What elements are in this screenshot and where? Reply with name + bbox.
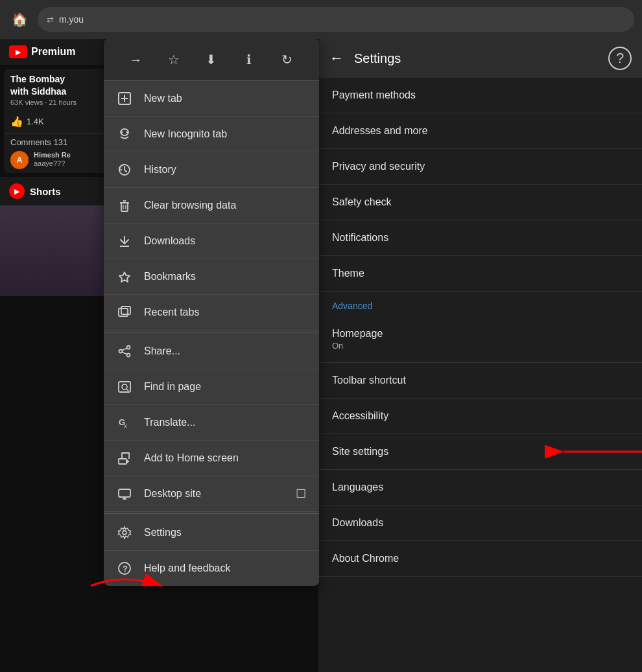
svg-text:x: x	[124, 423, 127, 430]
svg-line-21	[123, 353, 127, 354]
svg-rect-15	[119, 308, 128, 316]
menu-item-incognito[interactable]: New Incognito tab	[104, 117, 319, 152]
recent-tabs-icon	[117, 305, 132, 319]
downloads-icon	[117, 234, 132, 248]
home-button[interactable]: 🏠	[8, 8, 31, 31]
settings-item-payment[interactable]: Payment methods	[319, 78, 642, 113]
find-icon	[117, 380, 132, 394]
languages-title: Languages	[332, 481, 629, 493]
settings-item-addresses[interactable]: Addresses and more	[319, 113, 642, 149]
site-icon: ⇄	[47, 15, 54, 25]
settings-label: Settings	[144, 527, 306, 539]
menu-item-new-tab[interactable]: New tab	[104, 81, 319, 117]
menu-item-translate[interactable]: G x Translate...	[104, 405, 319, 441]
recent-tabs-label: Recent tabs	[144, 307, 306, 318]
clear-browsing-icon	[117, 198, 132, 213]
svg-marker-14	[119, 272, 130, 282]
settings-item-homepage[interactable]: Homepage On	[319, 316, 642, 363]
settings-item-about[interactable]: About Chrome	[319, 541, 642, 577]
theme-title: Theme	[332, 268, 629, 279]
settings-item-toolbar-shortcut[interactable]: Toolbar shortcut	[319, 363, 642, 399]
download-icon[interactable]: ⬇	[200, 48, 223, 71]
svg-rect-7	[121, 203, 128, 211]
incognito-icon	[117, 127, 132, 141]
settings-help-button[interactable]: ?	[608, 47, 632, 70]
settings-icon	[117, 526, 132, 540]
refresh-icon[interactable]: ↻	[276, 48, 299, 71]
svg-rect-30	[119, 489, 130, 497]
svg-point-18	[119, 350, 123, 353]
menu-item-history[interactable]: History	[104, 152, 319, 188]
bookmark-icon[interactable]: ☆	[162, 48, 185, 71]
svg-point-23	[122, 384, 127, 389]
desktop-site-checkbox[interactable]: ☐	[296, 487, 306, 501]
yt-like-count: 1.4K	[27, 117, 44, 126]
add-home-label: Add to Home screen	[144, 452, 306, 464]
settings-item-accessibility[interactable]: Accessibility	[319, 399, 642, 434]
menu-item-settings[interactable]: Settings	[104, 515, 319, 551]
menu-item-share[interactable]: Share...	[104, 334, 319, 369]
svg-rect-27	[119, 459, 126, 464]
svg-point-33	[123, 531, 126, 535]
translate-label: Translate...	[144, 417, 306, 428]
settings-item-downloads[interactable]: Downloads	[319, 505, 642, 541]
menu-item-bookmarks[interactable]: Bookmarks	[104, 259, 319, 295]
new-tab-label: New tab	[144, 93, 306, 104]
menu-item-desktop-site[interactable]: Desktop site ☐	[104, 476, 319, 512]
about-title: About Chrome	[332, 553, 629, 564]
menu-item-add-home[interactable]: Add to Home screen	[104, 441, 319, 476]
desktop-site-label: Desktop site	[144, 488, 284, 500]
forward-icon[interactable]: →	[124, 48, 147, 71]
menu-item-find[interactable]: Find in page	[104, 369, 319, 405]
addresses-title: Addresses and more	[332, 125, 629, 137]
menu-item-downloads[interactable]: Downloads	[104, 224, 319, 259]
find-label: Find in page	[144, 381, 306, 393]
homepage-subtitle: On	[332, 341, 629, 351]
svg-rect-16	[121, 307, 130, 314]
desktop-site-icon	[117, 487, 132, 501]
yt-logo-icon: ▶	[9, 45, 27, 58]
privacy-title: Privacy and security	[332, 161, 629, 172]
homepage-title: Homepage	[332, 328, 629, 340]
safety-title: Safety check	[332, 196, 629, 208]
settings-title: Settings	[354, 51, 598, 66]
share-icon	[117, 344, 132, 358]
commenter-avatar: A	[10, 151, 29, 169]
back-button[interactable]: ←	[329, 50, 344, 67]
yt-shorts-label: Shorts	[30, 186, 61, 197]
settings-item-site-settings[interactable]: Site settings	[319, 434, 642, 470]
settings-header: ← Settings ?	[319, 39, 642, 78]
svg-point-19	[127, 354, 130, 357]
commenter-initial: A	[17, 156, 23, 165]
address-bar[interactable]: ⇄ m.you	[38, 7, 634, 32]
settings-item-notifications[interactable]: Notifications	[319, 220, 642, 256]
notifications-title: Notifications	[332, 232, 629, 244]
settings-item-languages[interactable]: Languages	[319, 470, 642, 505]
menu-item-recent-tabs[interactable]: Recent tabs	[104, 295, 319, 330]
yt-shorts-icon: ▶	[9, 183, 25, 199]
info-icon[interactable]: ℹ	[237, 48, 261, 71]
chrome-menu: → ☆ ⬇ ℹ ↻ New tab	[104, 39, 319, 586]
new-tab-icon	[117, 91, 132, 106]
settings-item-privacy[interactable]: Privacy and security	[319, 149, 642, 185]
svg-point-17	[127, 346, 130, 349]
payment-title: Payment methods	[332, 89, 629, 101]
commenter-name: Himesh Re	[34, 151, 71, 159]
incognito-label: New Incognito tab	[144, 128, 306, 140]
svg-point-5	[126, 132, 128, 133]
menu-toolbar: → ☆ ⬇ ℹ ↻	[104, 39, 319, 81]
share-label: Share...	[144, 345, 306, 357]
comment-text: aaaye???	[34, 159, 71, 168]
bookmarks-label: Bookmarks	[144, 271, 306, 283]
history-label: History	[144, 164, 306, 176]
add-home-icon	[117, 451, 132, 465]
svg-point-4	[121, 132, 123, 133]
menu-item-clear-browsing[interactable]: Clear browsing data	[104, 188, 319, 224]
settings-item-safety[interactable]: Safety check	[319, 185, 642, 220]
downloads-label: Downloads	[144, 235, 306, 247]
settings-item-theme[interactable]: Theme	[319, 256, 642, 292]
yt-logo: ▶ Premium	[9, 45, 75, 58]
yt-like-btn[interactable]: 👍 1.4K	[10, 115, 44, 128]
settings-panel: ← Settings ? Payment methods Addresses a…	[319, 39, 642, 672]
accessibility-title: Accessibility	[332, 410, 629, 422]
